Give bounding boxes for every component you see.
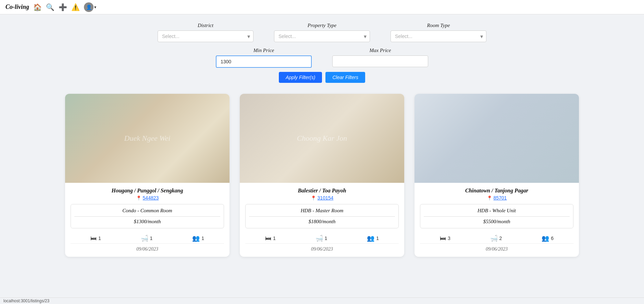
pin-icon: 📍 <box>136 195 141 201</box>
listing-postal: 📍 544823 <box>71 195 224 201</box>
min-price-filter: Min Price <box>216 48 312 68</box>
listing-location: Hougang / Punggol / Sengkang <box>71 188 224 194</box>
listing-card[interactable]: Chinatown / Tanjong Pagar 📍 85701 HDB - … <box>414 94 579 257</box>
max-price-label: Max Price <box>370 48 391 53</box>
max-price-filter: Max Price <box>332 48 428 68</box>
pin-icon: 📍 <box>311 195 316 201</box>
add-icon[interactable]: ➕ <box>59 3 67 11</box>
filter-row-2: Min Price Max Price <box>69 48 575 68</box>
district-select[interactable]: Select... <box>158 30 253 42</box>
district-filter: District Select... <box>158 23 253 42</box>
district-select-wrap: Select... <box>158 30 253 42</box>
pin-icon: 📍 <box>487 195 492 201</box>
persons-stat: 👥 6 <box>542 235 554 242</box>
status-bar: localhost:3001/listings/23 <box>0 297 644 304</box>
listings-area: Duek Ngee Wei Hougang / Punggol / Sengka… <box>0 88 644 270</box>
postal-link[interactable]: 544823 <box>143 195 159 201</box>
avatar: 👤 <box>84 2 94 12</box>
filter-buttons: Apply Filter(s) Clear Filters <box>69 72 575 83</box>
listing-location: Chinatown / Tanjong Pagar <box>420 188 573 194</box>
property-type-label: Property Type <box>308 23 337 28</box>
room-type-select[interactable]: Select... <box>391 30 486 42</box>
baths-count: 1 <box>150 236 153 241</box>
bed-icon: 🛏 <box>90 235 97 242</box>
beds-count: 1 <box>273 236 276 241</box>
postal-link[interactable]: 85701 <box>493 195 507 201</box>
room-type-label: Room Type <box>427 23 450 28</box>
listing-image <box>414 94 579 183</box>
persons-stat: 👥 1 <box>367 235 379 242</box>
home-icon[interactable]: 🏠 <box>33 3 42 11</box>
listing-detail-box: Condo - Common Room $1300/month <box>71 204 224 228</box>
watermark-text: Duek Ngee Wei <box>124 134 171 143</box>
listing-stats: 🛏 1 🛁 1 👥 1 <box>245 232 399 244</box>
room-type-select-wrap: Select... <box>391 30 486 42</box>
filter-row-1: District Select... Property Type Select.… <box>69 23 575 42</box>
listing-price: $5500/month <box>424 219 570 225</box>
listing-price: $1300/month <box>74 219 220 225</box>
postal-link[interactable]: 310154 <box>318 195 334 201</box>
avatar-menu[interactable]: 👤 ▾ <box>84 2 96 12</box>
baths-stat: 🛁 1 <box>315 235 327 242</box>
listing-card[interactable]: Choong Kar Jon Balestier / Toa Payoh 📍 3… <box>240 94 404 257</box>
beds-count: 3 <box>448 236 450 241</box>
listing-detail-box: HDB - Master Room $1800/month <box>245 204 399 228</box>
room-type-filter: Room Type Select... <box>391 23 486 42</box>
listing-location: Balestier / Toa Payoh <box>245 188 399 194</box>
watermark-text: Choong Kar Jon <box>297 134 347 143</box>
card-body: Hougang / Punggol / Sengkang 📍 544823 Co… <box>65 183 230 257</box>
baths-stat: 🛁 1 <box>141 235 153 242</box>
card-body: Chinatown / Tanjong Pagar 📍 85701 HDB - … <box>414 183 579 257</box>
persons-count: 1 <box>201 236 204 241</box>
persons-count: 1 <box>376 236 379 241</box>
bath-icon: 🛁 <box>490 235 498 242</box>
beds-stat: 🛏 1 <box>90 235 101 242</box>
listing-postal: 📍 310154 <box>245 195 399 201</box>
district-label: District <box>198 23 213 28</box>
persons-stat: 👥 1 <box>192 235 204 242</box>
persons-count: 6 <box>551 236 554 241</box>
filter-area: District Select... Property Type Select.… <box>0 14 644 88</box>
clear-filters-button[interactable]: Clear Filters <box>325 72 365 83</box>
min-price-input[interactable] <box>216 55 312 68</box>
bath-icon: 🛁 <box>141 235 148 242</box>
listing-card[interactable]: Duek Ngee Wei Hougang / Punggol / Sengka… <box>65 94 230 257</box>
property-type-filter: Property Type Select... <box>274 23 370 42</box>
apply-filters-button[interactable]: Apply Filter(s) <box>279 72 322 83</box>
listing-property-type: HDB - Whole Unit <box>424 208 570 217</box>
listing-property-type: Condo - Common Room <box>74 208 220 217</box>
listing-image: Choong Kar Jon <box>240 94 404 183</box>
listing-price: $1800/month <box>249 219 395 225</box>
listing-date: 09/06/2023 <box>420 246 573 253</box>
baths-stat: 🛁 2 <box>490 235 502 242</box>
listing-stats: 🛏 3 🛁 2 👥 6 <box>420 232 573 244</box>
navbar: Co-living 🏠 🔍 ➕ ⚠️ 👤 ▾ <box>0 0 644 14</box>
max-price-input[interactable] <box>332 55 428 67</box>
bed-icon: 🛏 <box>265 235 271 242</box>
card-body: Balestier / Toa Payoh 📍 310154 HDB - Mas… <box>240 183 404 257</box>
beds-count: 1 <box>98 236 101 241</box>
listing-postal: 📍 85701 <box>420 195 573 201</box>
beds-stat: 🛏 1 <box>265 235 276 242</box>
listing-property-type: HDB - Master Room <box>249 208 395 217</box>
bath-icon: 🛁 <box>315 235 323 242</box>
alert-icon[interactable]: ⚠️ <box>71 3 80 11</box>
persons-icon: 👥 <box>542 235 549 242</box>
status-url: localhost:3001/listings/23 <box>3 299 49 303</box>
persons-icon: 👥 <box>192 235 200 242</box>
property-type-select[interactable]: Select... <box>274 30 370 42</box>
chevron-down-icon: ▾ <box>94 5 96 10</box>
listing-date: 09/06/2023 <box>71 246 224 253</box>
baths-count: 2 <box>499 236 502 241</box>
beds-stat: 🛏 3 <box>440 235 450 242</box>
listing-image: Duek Ngee Wei <box>65 94 230 183</box>
listing-detail-box: HDB - Whole Unit $5500/month <box>420 204 573 228</box>
listing-stats: 🛏 1 🛁 1 👥 1 <box>71 232 224 244</box>
persons-icon: 👥 <box>367 235 374 242</box>
min-price-label: Min Price <box>253 48 274 53</box>
bed-icon: 🛏 <box>440 235 446 242</box>
property-type-select-wrap: Select... <box>274 30 370 42</box>
baths-count: 1 <box>325 236 327 241</box>
listing-date: 09/06/2023 <box>245 246 399 253</box>
search-icon[interactable]: 🔍 <box>46 3 54 11</box>
